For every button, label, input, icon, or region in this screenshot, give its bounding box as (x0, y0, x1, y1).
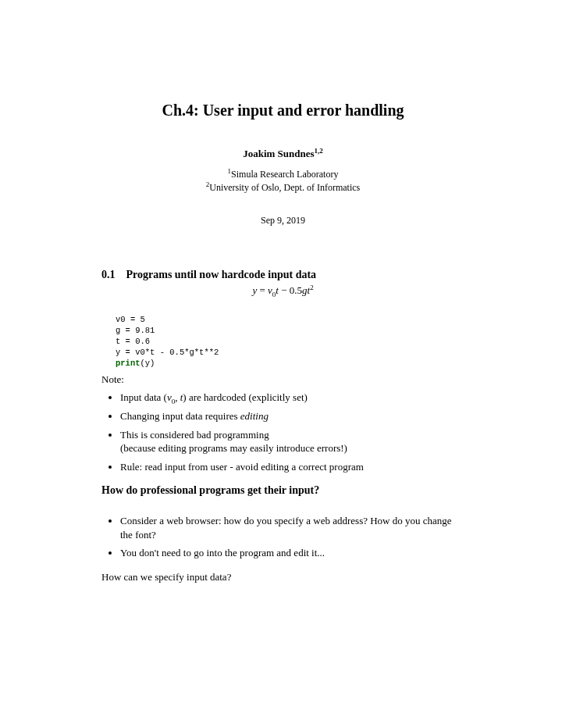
eq-eq: = (257, 284, 268, 296)
list-item: Consider a web browser: how do you speci… (120, 514, 464, 541)
li-text: ) are hardcoded (explicitly set) (183, 391, 308, 403)
author-line: Joakim Sundnes1,2 (101, 148, 464, 160)
list-item: This is considered bad programming (beca… (120, 428, 464, 455)
code-block: v0 = 5 g = 9.81 t = 0.6 y = v0*t - 0.5*g… (116, 314, 464, 369)
li-text: Rule: read input from user - avoid editi… (120, 461, 364, 473)
note-label: Note: (101, 373, 464, 386)
code-l5-kw: print (116, 359, 140, 368)
closing-question: How can we specify input data? (101, 571, 464, 583)
code-l4: y = v0*t - 0.5*g*t**2 (116, 348, 219, 357)
document-title: Ch.4: User input and error handling (101, 102, 464, 120)
code-l3: t = 0.6 (116, 337, 150, 346)
bullet-list-1: Input data (v0, t) are hardcoded (explic… (101, 391, 464, 473)
affil-2: University of Oslo, Dept. of Informatics (209, 182, 360, 193)
li-text: Changing input data requires (120, 410, 240, 422)
document-page: Ch.4: User input and error handling Joak… (0, 0, 562, 615)
bullet-list-2: Consider a web browser: how do you speci… (101, 514, 464, 560)
list-item: Input data (v0, t) are hardcoded (explic… (120, 391, 464, 405)
document-date: Sep 9, 2019 (101, 215, 464, 227)
li-text: This is considered bad programming (120, 429, 269, 441)
list-item: Changing input data requires editing (120, 409, 464, 423)
li-em: editing (240, 410, 269, 422)
code-l5-rest: (y) (140, 359, 155, 368)
li-subtext: (because editing programs may easily int… (120, 441, 464, 455)
subheading: How do professional programs get their i… (101, 484, 464, 497)
code-l2: g = 9.81 (116, 326, 155, 335)
eq-t2-sup: 2 (310, 283, 314, 291)
li-text: You don't need to go into the program an… (120, 547, 325, 558)
author-name: Joakim Sundnes (243, 148, 314, 159)
section-heading: 0.1Programs until now hardcode input dat… (101, 269, 464, 281)
section-number: 0.1 (101, 269, 116, 281)
li-text: Input data ( (120, 391, 167, 403)
section-title: Programs until now hardcode input data (126, 269, 317, 280)
list-item: You don't need to go into the program an… (120, 546, 464, 560)
list-item: Rule: read input from user - avoid editi… (120, 460, 464, 474)
author-sup: 1,2 (315, 147, 323, 155)
li-text: Consider a web browser: how do you speci… (120, 515, 452, 541)
code-l1: v0 = 5 (116, 315, 145, 324)
eq-minus: − 0.5 (279, 284, 302, 296)
affiliations: 1Simula Research Laboratory 2University … (101, 168, 464, 194)
affil-1: Simula Research Laboratory (231, 169, 338, 180)
equation: y = v0t − 0.5gt2 (101, 284, 464, 297)
